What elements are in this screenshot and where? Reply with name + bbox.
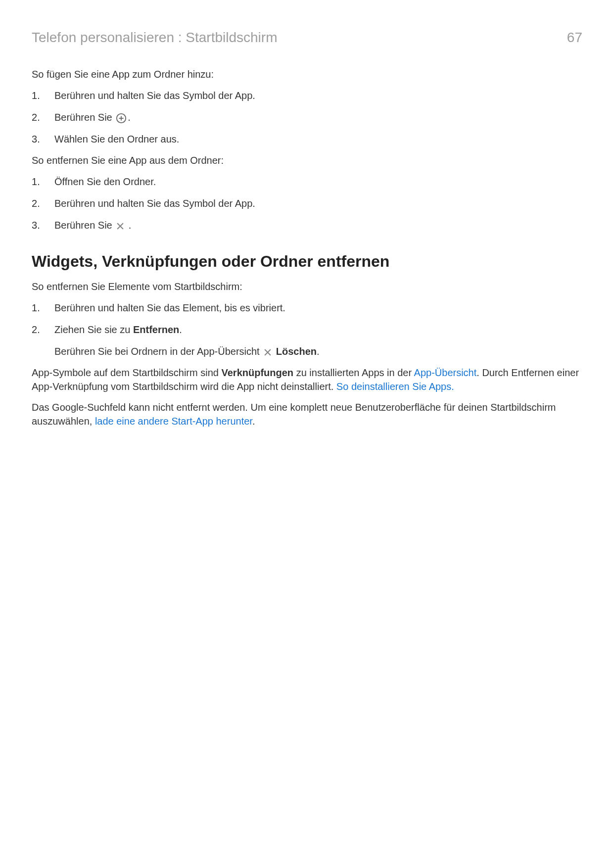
list-item: Ziehen Sie sie zu Entfernen. [32, 322, 582, 337]
step-text-bold: Entfernen [133, 324, 179, 335]
close-icon [116, 222, 125, 231]
sub-text-bold: Löschen [276, 346, 317, 357]
list-item: Berühren und halten Sie das Symbol der A… [32, 196, 582, 211]
text: zu installierten Apps in der [293, 367, 414, 378]
list-item: Berühren Sie . [32, 110, 582, 125]
section-heading: Widgets, Verknüpfungen oder Ordner entfe… [32, 252, 582, 271]
plus-circle-icon [116, 113, 127, 124]
list-item: Berühren und halten Sie das Symbol der A… [32, 88, 582, 103]
list-item: Berühren und halten Sie das Element, bis… [32, 300, 582, 315]
text: . [252, 416, 255, 427]
shortcuts-paragraph: App-Symbole auf dem Startbildschirm sind… [32, 366, 582, 393]
bold-text: Verknüpfungen [222, 367, 294, 378]
app-overview-link[interactable]: App-Übersicht [414, 367, 477, 378]
remove-app-steps: Öffnen Sie den Ordner. Berühren und halt… [32, 174, 582, 233]
text: App-Symbole auf dem Startbildschirm sind [32, 367, 222, 378]
page-header: Telefon personalisieren : Startbildschir… [32, 30, 582, 46]
list-item: Berühren Sie . [32, 218, 582, 233]
list-item: Wählen Sie den Ordner aus. [32, 132, 582, 146]
step-text-before: Berühren Sie [54, 112, 115, 123]
sub-text-before: Berühren Sie bei Ordnern in der App-Über… [54, 346, 262, 357]
breadcrumb: Telefon personalisieren : Startbildschir… [32, 30, 277, 46]
remove-app-intro: So entfernen Sie eine App aus dem Ordner… [32, 153, 582, 167]
launcher-download-link[interactable]: lade eine andere Start-App herunter [95, 416, 252, 427]
remove-items-steps: Berühren und halten Sie das Element, bis… [32, 300, 582, 337]
step-text-before: Berühren Sie [54, 220, 115, 231]
step-text-before: Ziehen Sie sie zu [54, 324, 133, 335]
list-item: Öffnen Sie den Ordner. [32, 174, 582, 189]
sub-instruction: Berühren Sie bei Ordnern in der App-Über… [32, 344, 582, 359]
step-text-after: . [126, 220, 131, 231]
add-intro: So fügen Sie eine App zum Ordner hinzu: [32, 67, 582, 81]
page-number: 67 [567, 30, 582, 46]
google-search-paragraph: Das Google-Suchfeld kann nicht entfernt … [32, 400, 582, 428]
step-text-after: . [128, 112, 131, 123]
uninstall-apps-link[interactable]: So deinstallieren Sie Apps. [336, 381, 454, 392]
step-text-after: . [179, 324, 182, 335]
remove-items-intro: So entfernen Sie Elemente vom Startbilds… [32, 280, 582, 293]
add-steps: Berühren und halten Sie das Symbol der A… [32, 88, 582, 146]
sub-text-after: . [317, 346, 320, 357]
close-icon [263, 348, 272, 357]
